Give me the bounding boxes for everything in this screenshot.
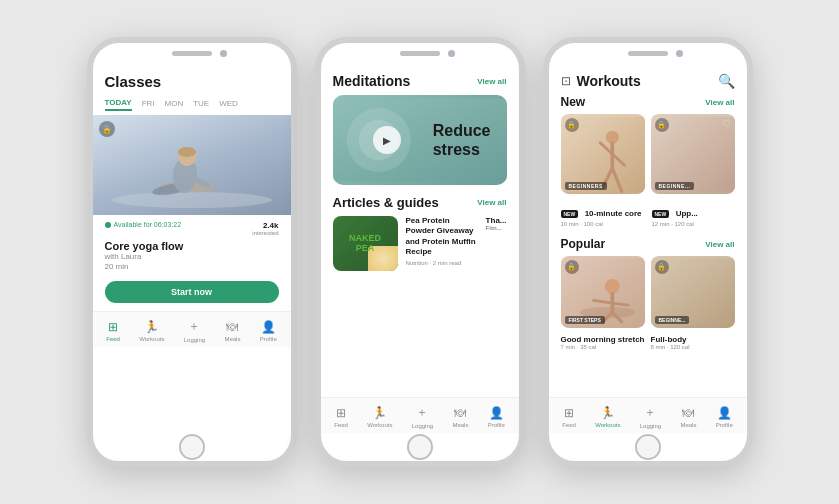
p3-nav-meals-label: Meals <box>680 422 696 428</box>
meditation-text-line1: Reduce <box>433 121 491 140</box>
p2-nav-meals-label: Meals <box>452 422 468 428</box>
article-read: 2 min read <box>433 260 461 266</box>
popular-meta-2: 8 min · 120 cal <box>651 344 735 350</box>
new-workout-meta-2: 12 min · 120 cal <box>652 221 735 227</box>
workout-duration: 20 min <box>93 261 291 277</box>
svg-point-21 <box>604 279 619 294</box>
pop-card1-badge: FIRST STEPS <box>565 316 605 324</box>
card1-badge: BEGINNERS <box>565 182 607 190</box>
card2-heart-icon: ♡ <box>722 118 731 129</box>
popular-names: Good morning stretch 7 min · 35 cal Full… <box>549 333 747 350</box>
popular-name-1: Good morning stretch <box>561 335 645 344</box>
new-workout-1: NEW 10-minute core 10 min · 100 cal <box>561 202 644 227</box>
p2-feed-icon: ⊞ <box>336 406 346 420</box>
new-card-2[interactable]: 🔒 ♡ BEGINNE... <box>651 114 735 194</box>
phone-workouts: ⊡ Workouts 🔍 New View all <box>543 37 753 467</box>
articles-viewall[interactable]: View all <box>477 198 506 207</box>
svg-point-7 <box>178 147 196 157</box>
meditation-card[interactable]: ▶ Reduce stress <box>333 95 507 185</box>
article-next-category: Fitn... <box>486 225 507 231</box>
p2-nav-logging[interactable]: ＋ Logging <box>412 404 433 429</box>
new-workout-name-1: 10-minute core <box>585 209 642 218</box>
meditations-viewall[interactable]: View all <box>477 77 506 86</box>
meditations-header: Meditations View all <box>321 65 519 95</box>
phone2-notch-area <box>321 43 519 65</box>
nav-workouts[interactable]: 🏃 Workouts <box>139 320 164 342</box>
nav-logging[interactable]: ＋ Logging <box>184 318 205 343</box>
new-viewall[interactable]: View all <box>705 98 734 107</box>
new-cards-grid: 🔒 BEGINNERS 🔒 ♡ <box>549 114 747 202</box>
p2-nav-meals[interactable]: 🍽 Meals <box>452 406 468 428</box>
phone2-camera <box>448 50 455 57</box>
card2-lock-icon: 🔒 <box>655 118 669 132</box>
phone3-notch-area <box>549 43 747 65</box>
popular-item-1: Good morning stretch 7 min · 35 cal <box>561 333 645 350</box>
new-tag-1: NEW <box>561 210 579 218</box>
new-card-1[interactable]: 🔒 BEGINNERS <box>561 114 645 194</box>
new-workout-meta-1: 10 min · 100 cal <box>561 221 644 227</box>
start-now-button[interactable]: Start now <box>105 281 279 303</box>
popular-card-1[interactable]: 🔒 FIRST STEPS <box>561 256 645 328</box>
bottom-nav: ⊞ Feed 🏃 Workouts ＋ Logging 🍽 Meals 👤 <box>93 311 291 347</box>
phone3-bottom-nav: ⊞ Feed 🏃 Workouts ＋ Logging 🍽 Meals 👤 <box>549 397 747 433</box>
p2-nav-profile-label: Profile <box>488 422 505 428</box>
p3-nav-logging[interactable]: ＋ Logging <box>640 404 661 429</box>
workouts-icon: 🏃 <box>144 320 159 334</box>
play-button[interactable]: ▶ <box>373 126 401 154</box>
home-button-3[interactable] <box>635 434 661 460</box>
p3-nav-profile[interactable]: 👤 Profile <box>716 406 733 428</box>
classes-tabs: TODAY FRI MON TUE WED <box>105 96 279 111</box>
phone2-content: Meditations View all <box>321 65 519 433</box>
phone1-home <box>93 433 291 461</box>
hero-lock-icon: 🔒 <box>99 121 115 137</box>
p3-nav-feed[interactable]: ⊞ Feed <box>562 406 576 428</box>
tab-mon[interactable]: MON <box>165 97 184 110</box>
meals-icon: 🍽 <box>226 320 238 334</box>
workouts-header: ⊡ Workouts 🔍 <box>549 65 747 95</box>
search-icon[interactable]: 🔍 <box>718 73 735 89</box>
article-card[interactable]: NAKEDPEA Pea Protein Powder Giveaway and… <box>333 216 507 271</box>
popular-section-header: Popular View all <box>549 237 747 256</box>
workouts-title: Workouts <box>577 73 641 89</box>
tab-fri[interactable]: FRI <box>142 97 155 110</box>
p2-nav-workouts[interactable]: 🏃 Workouts <box>367 406 392 428</box>
new-section-header: New View all <box>549 95 747 114</box>
svg-line-24 <box>612 303 628 305</box>
home-button[interactable] <box>179 434 205 460</box>
p3-nav-meals[interactable]: 🍽 Meals <box>680 406 696 428</box>
logging-icon: ＋ <box>188 318 200 335</box>
phone3-camera <box>676 50 683 57</box>
p2-logging-icon: ＋ <box>416 404 428 421</box>
popular-grid: 🔒 FIRST STEPS <box>549 256 747 333</box>
nav-meals[interactable]: 🍽 Meals <box>224 320 240 342</box>
tab-wed[interactable]: WED <box>219 97 238 110</box>
meditation-text: Reduce stress <box>433 121 491 159</box>
tab-tue[interactable]: TUE <box>193 97 209 110</box>
p3-nav-workouts[interactable]: 🏃 Workouts <box>595 406 620 428</box>
classes-title: Classes <box>105 73 279 90</box>
popular-card-2[interactable]: 🔒 BEGINNE... <box>651 256 735 328</box>
phone2-speaker <box>400 51 440 56</box>
article-title: Pea Protein Powder Giveaway and Protein … <box>406 216 478 258</box>
p2-nav-profile[interactable]: 👤 Profile <box>488 406 505 428</box>
pop-card1-lock-icon: 🔒 <box>565 260 579 274</box>
nav-feed-label: Feed <box>106 336 120 342</box>
popular-viewall[interactable]: View all <box>705 240 734 249</box>
article-category: Nutrition <box>406 260 428 266</box>
nav-logging-label: Logging <box>184 337 205 343</box>
nav-feed[interactable]: ⊞ Feed <box>106 320 120 342</box>
tab-today[interactable]: TODAY <box>105 96 132 111</box>
home-button-2[interactable] <box>407 434 433 460</box>
p2-nav-feed[interactable]: ⊞ Feed <box>334 406 348 428</box>
articles-header: Articles & guides View all <box>321 195 519 216</box>
phone-speaker <box>172 51 212 56</box>
p3-nav-workouts-label: Workouts <box>595 422 620 428</box>
phone1-content: Classes TODAY FRI MON TUE WED <box>93 65 291 433</box>
p2-profile-icon: 👤 <box>489 406 504 420</box>
new-workout-name-2: Upp... <box>676 209 698 218</box>
p3-workouts-icon: 🏃 <box>600 406 615 420</box>
nav-profile[interactable]: 👤 Profile <box>260 320 277 342</box>
article-meta: Nutrition · 2 min read <box>406 260 478 266</box>
popular-name-2: Full-body <box>651 335 735 344</box>
new-section-title: New <box>561 95 586 109</box>
